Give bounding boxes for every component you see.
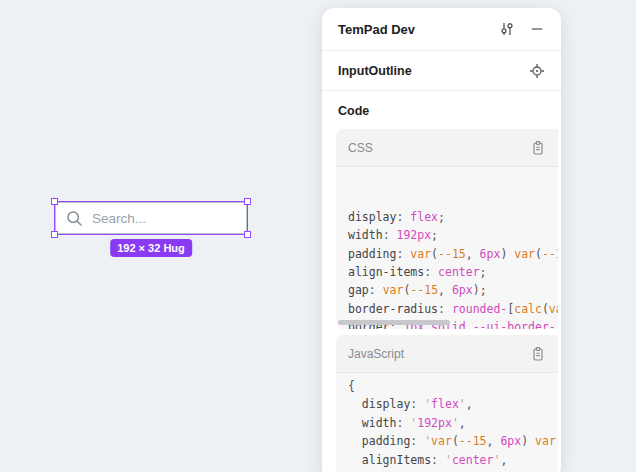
copy-javascript-button[interactable] [528,344,548,364]
selected-component-row: InputOutline [322,51,561,91]
size-badge: 192 × 32 Hug [110,239,192,257]
minimize-button[interactable] [527,19,547,39]
code-line: display: 'flex', [348,395,558,413]
component-name: InputOutline [338,64,527,78]
figma-canvas: Search... 192 × 32 Hug TemPad Dev [0,0,636,472]
code-line: align-items: center; [348,263,558,281]
css-code-block: CSS display: flex;width: 1 [336,129,558,329]
javascript-code-block: JavaScript { display: 'flex', width [336,335,558,472]
code-line: gap: var(--15, 6px); [348,281,558,299]
javascript-code-body[interactable]: { display: 'flex', width: '192px', paddi… [336,373,558,472]
javascript-block-header: JavaScript [336,335,558,373]
preferences-button[interactable] [497,19,517,39]
clipboard-icon [530,346,546,362]
code-section-title: Code [336,104,558,118]
panel-title: TemPad Dev [338,22,497,37]
copy-css-button[interactable] [528,138,548,158]
selection-handle-top-left[interactable] [51,198,58,205]
crosshair-icon [529,63,545,79]
locate-button[interactable] [527,61,547,81]
code-line: padding: var(--15, 6px) var(--15 [348,245,558,263]
horizontal-scrollbar[interactable] [338,320,450,325]
code-line: width: '192px', [348,414,558,432]
minus-icon [530,22,544,36]
javascript-block-label: JavaScript [348,347,528,361]
selection-handle-top-right[interactable] [244,198,251,205]
clipboard-icon [530,140,546,156]
panel-header: TemPad Dev [322,8,561,51]
code-section: Code CSS [322,91,561,472]
selection-handle-bottom-right[interactable] [244,231,251,238]
selection-outline[interactable] [54,201,248,235]
sliders-icon [499,21,515,37]
code-line: { [348,377,558,395]
tempad-dev-panel: TemPad Dev [322,8,561,472]
code-line: border-radius: rounded-[calc(var [348,300,558,318]
code-line: width: 192px; [348,226,558,244]
css-block-label: CSS [348,141,528,155]
code-line: display: flex; [348,208,558,226]
code-line: padding: 'var(--15, 6px) var( [348,432,558,450]
selection-handle-bottom-left[interactable] [51,231,58,238]
css-block-header: CSS [336,129,558,167]
css-code-body[interactable]: display: flex;width: 192px;padding: var(… [336,167,558,329]
code-line: alignItems: 'center', [348,451,558,469]
